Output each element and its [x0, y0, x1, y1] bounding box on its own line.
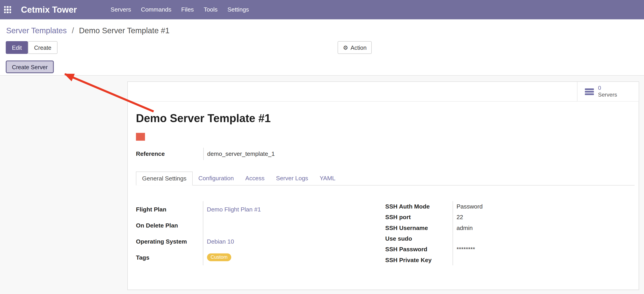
ssh-private-key-label: SSH Private Key	[385, 255, 452, 265]
tab-configuration[interactable]: Configuration	[192, 172, 240, 185]
action-button-label: Action	[351, 44, 367, 51]
server-stack-icon	[585, 88, 594, 95]
color-swatch[interactable]	[136, 133, 145, 141]
field-row: Reference demo_server_template_1	[136, 148, 330, 160]
breadcrumb: Server Templates / Demo Server Template …	[6, 26, 169, 35]
nav-item-files[interactable]: Files	[176, 0, 199, 19]
field-row: SSH Private Key	[385, 255, 580, 265]
apps-menu-icon[interactable]	[4, 6, 11, 13]
breadcrumb-parent-link[interactable]: Server Templates	[6, 26, 66, 35]
field-row: Operating System Debian 10	[136, 233, 385, 249]
content-area: 0 Servers Demo Server Template #1 Refere…	[0, 76, 644, 294]
field-groups: Flight Plan Demo Flight Plan #1 On Delet…	[136, 201, 580, 265]
flight-plan-link[interactable]: Demo Flight Plan #1	[207, 206, 261, 212]
reference-label: Reference	[136, 148, 203, 160]
nav-item-settings[interactable]: Settings	[222, 0, 254, 19]
nav-item-servers[interactable]: Servers	[106, 0, 136, 19]
page: Cetmix Tower Servers Commands Files Tool…	[0, 0, 644, 294]
tab-general-settings[interactable]: General Settings	[136, 172, 192, 186]
ssh-username-value: admin	[452, 223, 580, 233]
field-row: SSH Password ********	[385, 244, 580, 255]
on-delete-plan-value	[203, 217, 385, 233]
form-sheet: 0 Servers Demo Server Template #1 Refere…	[127, 81, 639, 290]
left-field-group: Flight Plan Demo Flight Plan #1 On Delet…	[136, 201, 385, 265]
field-row: On Delete Plan	[136, 217, 385, 233]
action-button[interactable]: ⚙ Action	[338, 41, 372, 54]
ssh-username-label: SSH Username	[385, 223, 452, 233]
flight-plan-label: Flight Plan	[136, 201, 203, 217]
breadcrumb-current: Demo Server Template #1	[79, 26, 170, 35]
edit-button[interactable]: Edit	[6, 41, 28, 54]
tab-access[interactable]: Access	[240, 172, 270, 185]
brand-title[interactable]: Cetmix Tower	[21, 5, 77, 15]
ssh-password-value: ********	[452, 244, 580, 255]
nav-item-commands[interactable]: Commands	[136, 0, 176, 19]
operating-system-link[interactable]: Debian 10	[207, 238, 234, 244]
field-row: Flight Plan Demo Flight Plan #1	[136, 201, 385, 217]
create-server-button[interactable]: Create Server	[6, 60, 54, 73]
ssh-port-value: 22	[452, 212, 580, 223]
ssh-private-key-value	[452, 255, 580, 265]
reference-field: Reference demo_server_template_1	[136, 148, 330, 160]
tab-yaml[interactable]: YAML	[314, 172, 341, 185]
field-row: SSH Username admin	[385, 223, 580, 233]
gear-icon: ⚙	[343, 44, 348, 51]
ssh-auth-mode-label: SSH Auth Mode	[385, 201, 452, 212]
ssh-password-label: SSH Password	[385, 244, 452, 255]
right-field-group: SSH Auth Mode Password SSH port 22 SSH U…	[385, 201, 580, 265]
servers-label: Servers	[598, 92, 617, 99]
servers-stat-text: 0 Servers	[598, 85, 617, 98]
page-title: Demo Server Template #1	[136, 112, 271, 125]
breadcrumb-separator: /	[72, 26, 74, 35]
servers-stat-button[interactable]: 0 Servers	[577, 82, 639, 101]
top-navbar: Cetmix Tower Servers Commands Files Tool…	[0, 0, 644, 19]
field-row: SSH Auth Mode Password	[385, 201, 580, 212]
notebook-tabs: General Settings Configuration Access Se…	[136, 172, 634, 186]
field-row: Tags Custom	[136, 249, 385, 265]
nav-item-tools[interactable]: Tools	[199, 0, 222, 19]
use-sudo-value	[452, 233, 580, 244]
tag-badge: Custom	[207, 253, 231, 261]
ssh-port-label: SSH port	[385, 212, 452, 223]
operating-system-label: Operating System	[136, 233, 203, 249]
use-sudo-label: Use sudo	[385, 233, 452, 244]
create-button[interactable]: Create	[28, 41, 58, 54]
field-row: Use sudo	[385, 233, 580, 244]
reference-value: demo_server_template_1	[203, 148, 330, 160]
tags-label: Tags	[136, 249, 203, 265]
servers-count: 0	[598, 85, 617, 92]
on-delete-plan-label: On Delete Plan	[136, 217, 203, 233]
field-row: SSH port 22	[385, 212, 580, 223]
tab-server-logs[interactable]: Server Logs	[270, 172, 314, 185]
main-menu: Servers Commands Files Tools Settings	[106, 0, 254, 19]
ssh-auth-mode-value: Password	[452, 201, 580, 212]
sheet-header	[128, 82, 639, 101]
